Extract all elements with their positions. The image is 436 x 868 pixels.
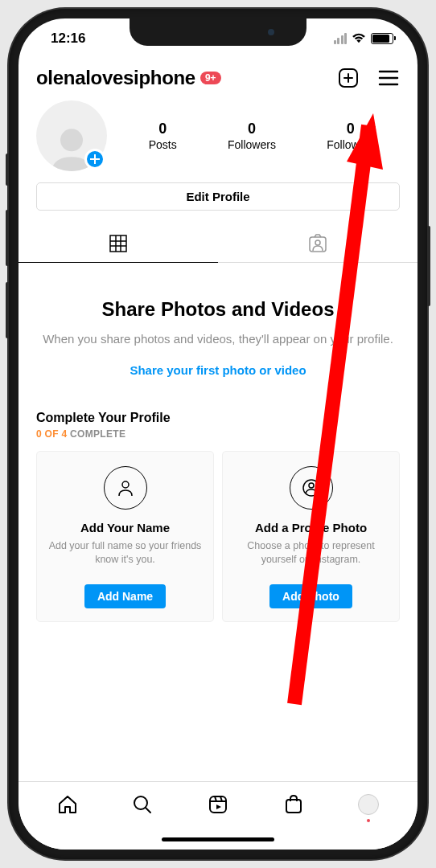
profile-tabs	[19, 225, 417, 263]
notification-badge: 9+	[200, 72, 221, 84]
profile-circle-icon	[290, 466, 333, 510]
username-dropdown[interactable]: olenalovesiphone 9+	[36, 67, 221, 89]
profile-avatar-small-icon	[358, 794, 379, 815]
username-label: olenalovesiphone	[36, 67, 195, 89]
reels-icon	[208, 794, 228, 815]
phone-frame: 12:16 olenalovesiphone 9+	[9, 9, 427, 859]
followers-count: 0	[228, 121, 276, 137]
nav-reels[interactable]	[205, 792, 231, 817]
search-icon	[132, 794, 153, 815]
cellular-signal-icon	[334, 33, 348, 44]
create-post-button[interactable]	[337, 67, 360, 89]
wifi-icon	[352, 33, 366, 44]
home-icon	[57, 794, 78, 815]
complete-progress: 0 OF 4 COMPLETE	[36, 428, 400, 440]
svg-rect-12	[310, 237, 326, 252]
nav-search[interactable]	[130, 792, 155, 817]
tagged-tab[interactable]	[218, 225, 417, 262]
tagged-person-icon	[307, 233, 328, 254]
plus-square-icon	[338, 68, 359, 88]
posts-count: 0	[149, 121, 177, 137]
svg-point-13	[315, 240, 320, 245]
person-outline-icon	[104, 466, 147, 510]
add-photo-button[interactable]: Add Photo	[269, 584, 352, 608]
followers-stat[interactable]: 0 Followers	[228, 121, 276, 152]
screen: 12:16 olenalovesiphone 9+	[19, 18, 417, 850]
posts-label: Posts	[149, 138, 177, 151]
nav-profile[interactable]	[356, 792, 381, 817]
grid-icon	[109, 234, 128, 253]
svg-point-6	[60, 129, 83, 151]
add-story-plus-icon[interactable]	[84, 149, 105, 170]
complete-profile-title: Complete Your Profile	[36, 411, 400, 425]
card-title: Add a Profile Photo	[231, 521, 391, 534]
battery-icon	[371, 33, 393, 44]
profile-header: olenalovesiphone 9+	[19, 59, 417, 96]
add-name-card: Add Your Name Add your full name so your…	[36, 451, 214, 622]
complete-profile-section: Complete Your Profile 0 OF 4 COMPLETE Ad…	[19, 404, 417, 622]
home-indicator[interactable]	[162, 837, 274, 841]
nav-shop[interactable]	[281, 792, 306, 817]
profile-stats-section: 0 Posts 0 Followers 0 Following	[19, 96, 417, 182]
share-first-link[interactable]: Share your first photo or video	[41, 363, 395, 377]
following-stat[interactable]: 0 Following	[327, 121, 374, 152]
nav-home[interactable]	[55, 792, 80, 817]
following-count: 0	[327, 121, 374, 137]
profile-avatar[interactable]	[36, 100, 107, 171]
svg-rect-23	[286, 800, 301, 813]
status-time: 12:16	[51, 31, 85, 47]
edit-profile-button[interactable]: Edit Profile	[36, 182, 400, 211]
svg-point-14	[122, 481, 129, 488]
empty-subtitle: When you share photos and videos, they'l…	[41, 330, 395, 347]
grid-tab[interactable]	[19, 225, 218, 263]
empty-title: Share Photos and Videos	[41, 298, 395, 321]
svg-line-18	[146, 808, 150, 813]
add-photo-card: Add a Profile Photo Choose a photo to re…	[222, 451, 400, 622]
following-label: Following	[327, 138, 374, 151]
empty-profile-state: Share Photos and Videos When you share p…	[19, 263, 417, 404]
svg-rect-19	[210, 796, 226, 813]
notification-dot	[367, 819, 370, 822]
hamburger-icon	[378, 69, 399, 87]
card-subtitle: Add your full name so your friends know …	[45, 539, 205, 567]
add-name-button[interactable]: Add Name	[84, 584, 166, 608]
svg-point-16	[309, 483, 314, 488]
card-subtitle: Choose a photo to represent yourself on …	[231, 539, 391, 567]
posts-stat[interactable]: 0 Posts	[149, 121, 177, 152]
svg-rect-7	[110, 235, 126, 252]
card-title: Add Your Name	[45, 521, 205, 534]
shopping-bag-icon	[283, 794, 304, 815]
notch	[130, 18, 306, 46]
followers-label: Followers	[228, 138, 276, 151]
menu-button[interactable]	[377, 67, 400, 89]
